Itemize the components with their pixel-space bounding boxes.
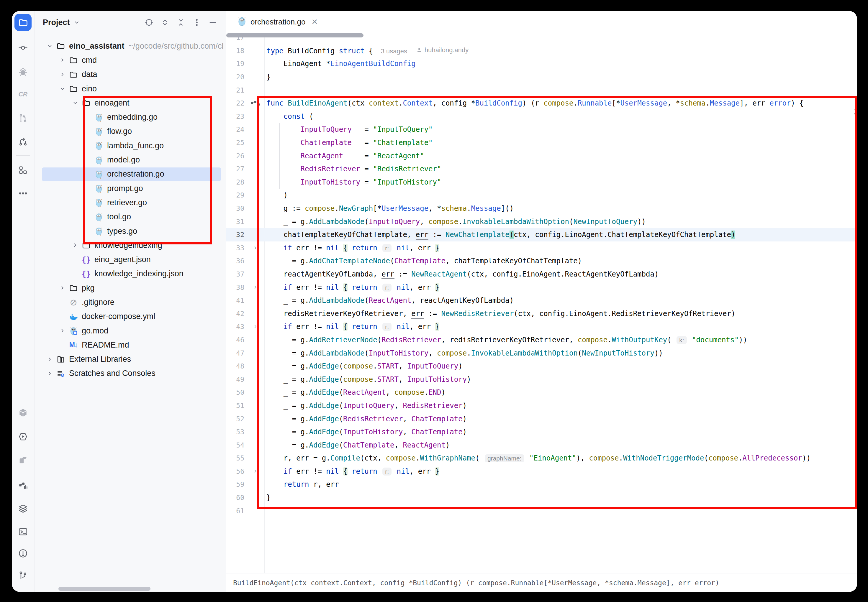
line-number[interactable]: 28 bbox=[226, 178, 244, 186]
code-line-21[interactable]: 21 bbox=[226, 83, 857, 97]
code-line-25[interactable]: 25 ChatTemplate = "ChatTemplate" bbox=[226, 136, 857, 149]
line-number[interactable]: 48 bbox=[226, 362, 244, 370]
line-number[interactable]: 55 bbox=[226, 454, 244, 462]
vcs-update-icon[interactable] bbox=[17, 136, 29, 147]
package-box-icon[interactable] bbox=[17, 407, 29, 418]
expand-all-icon[interactable] bbox=[159, 17, 171, 28]
line-number[interactable]: 42 bbox=[226, 310, 244, 318]
line-number[interactable]: 41 bbox=[226, 296, 244, 304]
tree-item-retriever-go[interactable]: retriever.go bbox=[34, 195, 226, 210]
line-number[interactable]: 53 bbox=[226, 428, 244, 436]
code-line-18[interactable]: 18type BuildConfig struct { 3 usageshuha… bbox=[226, 44, 857, 57]
fold-expand-icon[interactable] bbox=[244, 323, 266, 330]
tab-orchestration-go[interactable]: orchestration.go ✕ bbox=[237, 11, 318, 33]
tree-item-go-mod[interactable]: go.mod bbox=[34, 324, 226, 338]
line-number[interactable]: 51 bbox=[226, 402, 244, 410]
fold-expand-icon[interactable] bbox=[244, 284, 266, 291]
code-line-31[interactable]: 31 _ = g.AddLambdaNode(InputToQuery, com… bbox=[226, 215, 857, 228]
run-anything-icon[interactable] bbox=[17, 431, 29, 442]
line-number[interactable]: 22 bbox=[226, 99, 244, 107]
code-line-26[interactable]: 26 ReactAgent = "ReactAgent" bbox=[226, 149, 857, 163]
code-line-47[interactable]: 47 _ = g.AddLambdaNode(InputToHistory, c… bbox=[226, 346, 857, 360]
tree-item-prompt-go[interactable]: prompt.go bbox=[34, 181, 226, 195]
hide-panel-icon[interactable] bbox=[207, 17, 219, 28]
commit-icon[interactable] bbox=[17, 42, 29, 53]
tree-item-readme-md[interactable]: M↓README.md bbox=[34, 338, 226, 352]
code-line-37[interactable]: 37 reactAgentKeyOfLambda, err := NewReac… bbox=[226, 268, 857, 281]
chevron-right-icon[interactable] bbox=[45, 369, 55, 379]
line-number[interactable]: 61 bbox=[226, 507, 244, 515]
project-panel-title[interactable]: Project bbox=[43, 18, 70, 27]
tree-item-orchestration-go[interactable]: orchestration.go bbox=[34, 167, 226, 181]
line-number[interactable]: 56 bbox=[226, 468, 244, 475]
line-number[interactable]: 47 bbox=[226, 349, 244, 357]
fold-expand-icon[interactable] bbox=[244, 245, 266, 251]
code-line-54[interactable]: 54 _ = g.AddEdge(ChatTemplate, ReactAgen… bbox=[226, 438, 857, 452]
code-line-55[interactable]: 55 r, err = g.Compile(ctx, compose.WithG… bbox=[226, 452, 857, 465]
code-line-22[interactable]: 22func BuildEinoAgent(ctx context.Contex… bbox=[226, 97, 857, 110]
line-number[interactable]: 29 bbox=[226, 191, 244, 199]
problems-icon[interactable] bbox=[17, 548, 29, 559]
tree-item-model-go[interactable]: model.go bbox=[34, 153, 226, 167]
line-number[interactable]: 20 bbox=[226, 73, 244, 81]
code-line-52[interactable]: 52 _ = g.AddEdge(RedisRetriever, ChatTem… bbox=[226, 412, 857, 425]
tree-item-flow-go[interactable]: flow.go bbox=[34, 124, 226, 138]
line-number[interactable]: 46 bbox=[226, 336, 244, 344]
chevron-down-icon[interactable] bbox=[73, 18, 80, 26]
line-number[interactable]: 50 bbox=[226, 389, 244, 396]
chevron-right-icon[interactable] bbox=[57, 55, 68, 65]
debug-icon[interactable] bbox=[17, 66, 29, 77]
tree-item-knowledgeindexing[interactable]: knowledgeindexing bbox=[34, 238, 226, 252]
code-line-33[interactable]: 33 if err != nil { return r: nil, err } bbox=[226, 241, 857, 255]
line-number[interactable]: 52 bbox=[226, 415, 244, 423]
code-line-60[interactable]: 60} bbox=[226, 491, 857, 504]
collapse-all-icon[interactable] bbox=[175, 17, 187, 28]
line-number[interactable]: 37 bbox=[226, 270, 244, 278]
line-number[interactable]: 33 bbox=[226, 244, 244, 252]
line-number[interactable]: 24 bbox=[226, 126, 244, 133]
tree-item-scratches-and-consoles[interactable]: Scratches and Consoles bbox=[34, 367, 226, 381]
line-number[interactable]: 25 bbox=[226, 139, 244, 146]
tree-item-lambda-func-go[interactable]: lambda_func.go bbox=[34, 138, 226, 153]
editor-horizontal-scrollbar[interactable] bbox=[226, 33, 363, 37]
line-number[interactable]: 31 bbox=[226, 218, 244, 226]
code-line-38[interactable]: 38 if err != nil { return r: nil, err } bbox=[226, 281, 857, 294]
code-line-53[interactable]: 53 _ = g.AddEdge(InputToHistory, ChatTem… bbox=[226, 425, 857, 439]
code-line-19[interactable]: 19 EinoAgent *EinoAgentBuildConfig bbox=[226, 57, 857, 71]
line-number[interactable]: 21 bbox=[226, 86, 244, 94]
line-number[interactable]: 59 bbox=[226, 481, 244, 488]
line-number[interactable]: 32 bbox=[226, 231, 244, 238]
tree-item--gitignore[interactable]: ⊘.gitignore bbox=[34, 295, 226, 309]
code-line-20[interactable]: 20} bbox=[226, 71, 857, 84]
structure-icon[interactable] bbox=[17, 164, 29, 176]
chevron-down-icon[interactable] bbox=[45, 41, 55, 51]
code-line-61[interactable]: 61 bbox=[226, 504, 857, 518]
code-line-23[interactable]: 23 const ( bbox=[226, 110, 857, 123]
tree-item-eino-assistant[interactable]: eino_assistant~/gocode/src/github.com/cl bbox=[34, 39, 226, 53]
kebab-menu-icon[interactable] bbox=[191, 17, 203, 28]
code-line-27[interactable]: 27 RedisRetriever = "RedisRetriever" bbox=[226, 163, 857, 176]
code-line-24[interactable]: 24 InputToQuery = "InputToQuery" bbox=[226, 123, 857, 136]
pull-requests-icon[interactable] bbox=[17, 113, 29, 124]
code-line-32[interactable]: 32 chatTemplateKeyOfChatTemplate, err :=… bbox=[226, 228, 857, 241]
close-icon[interactable]: ✕ bbox=[311, 17, 318, 26]
code-line-28[interactable]: 28 InputToHistory = "InputToHistory" bbox=[226, 176, 857, 189]
chevron-right-icon[interactable] bbox=[70, 240, 80, 250]
chevron-right-icon[interactable] bbox=[57, 283, 68, 293]
code-line-59[interactable]: 59 return r, err bbox=[226, 478, 857, 491]
line-number[interactable]: 19 bbox=[226, 60, 244, 68]
line-number[interactable]: 54 bbox=[226, 441, 244, 449]
code-line-51[interactable]: 51 _ = g.AddEdge(InputToQuery, RedisRetr… bbox=[226, 399, 857, 412]
code-line-46[interactable]: 46 _ = g.AddRetrieverNode(RedisRetriever… bbox=[226, 333, 857, 347]
code-line-36[interactable]: 36 _ = g.AddChatTemplateNode(ChatTemplat… bbox=[226, 255, 857, 268]
line-number[interactable]: 49 bbox=[226, 376, 244, 383]
tree-item-einoagent[interactable]: einoagent bbox=[34, 96, 226, 110]
tree-item-eino-agent-json[interactable]: {}eino_agent.json bbox=[34, 252, 226, 267]
tree-item-embedding-go[interactable]: embedding.go bbox=[34, 110, 226, 124]
chevron-down-icon[interactable] bbox=[70, 98, 80, 108]
code-line-49[interactable]: 49 _ = g.AddEdge(compose.START, InputToH… bbox=[226, 373, 857, 386]
terminal-icon[interactable] bbox=[17, 526, 29, 538]
code-review-icon[interactable]: CR bbox=[17, 89, 29, 100]
code-line-56[interactable]: 56 if err != nil { return r: nil, err } bbox=[226, 465, 857, 478]
line-number[interactable]: 23 bbox=[226, 113, 244, 120]
